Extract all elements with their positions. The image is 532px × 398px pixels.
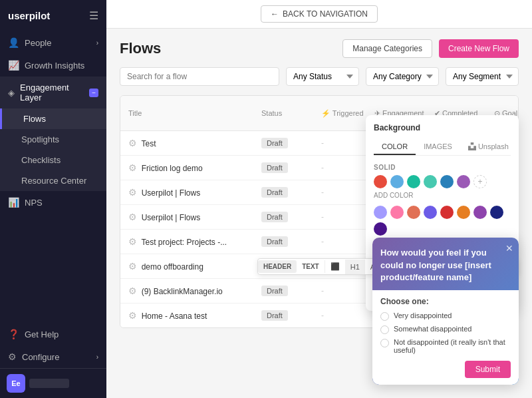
chevron-configure-icon: ›	[96, 353, 98, 361]
popup-tab-color[interactable]: COLOR	[374, 139, 416, 155]
popup-tab-images[interactable]: IMAGES	[416, 139, 460, 155]
toolbar-h1-button[interactable]: H1	[345, 260, 365, 274]
manage-categories-button[interactable]: Manage Categories	[342, 39, 432, 58]
color-swatch[interactable]	[407, 175, 420, 188]
gear-icon[interactable]: ⚙	[128, 138, 137, 148]
survey-option-2: Somewhat disappointed	[380, 325, 511, 334]
color-swatch[interactable]	[390, 175, 404, 188]
status-badge: Draft	[261, 212, 288, 222]
radio-not-disappointed[interactable]	[380, 339, 389, 347]
color-swatch[interactable]	[390, 206, 404, 219]
gear-icon[interactable]: ⚙	[128, 261, 137, 272]
sidebar-item-engagement[interactable]: ◈ Engagement Layer −	[0, 77, 106, 108]
survey-submit-button[interactable]: Submit	[465, 361, 511, 378]
sidebar-label-configure: Configure	[22, 352, 59, 362]
sidebar-toggle-icon[interactable]: ☰	[89, 9, 98, 22]
color-swatch[interactable]	[490, 206, 503, 219]
configure-icon: ⚙	[8, 351, 17, 362]
row-title: ⚙ demo offboarding	[128, 261, 261, 272]
color-swatch[interactable]	[457, 206, 470, 219]
status-badge: Draft	[261, 310, 288, 321]
create-new-flow-button[interactable]: Create New Flow	[439, 39, 519, 58]
sidebar-label-nps: NPS	[25, 198, 43, 208]
toolbar-tab-group: HEADER TEXT	[258, 260, 325, 273]
row-title: ⚙ Test	[128, 138, 261, 148]
sidebar-logo: userpilot ☰	[0, 0, 106, 31]
color-swatch[interactable]	[374, 175, 387, 188]
engagement-collapse-icon[interactable]: −	[89, 89, 98, 97]
gear-icon[interactable]: ⚙	[128, 187, 137, 198]
sidebar-item-flows[interactable]: Flows	[0, 108, 106, 129]
status-filter[interactable]: Any Status Draft Active Archived	[286, 67, 359, 86]
color-swatch[interactable]	[440, 206, 454, 219]
sidebar-label-people: People	[25, 38, 51, 48]
sidebar-item-resource-center[interactable]: Resource Center	[0, 170, 106, 191]
add-color-button[interactable]: +	[473, 175, 487, 188]
search-input[interactable]	[120, 67, 279, 86]
status-badge: Draft	[261, 286, 288, 296]
toolbar-tab-header[interactable]: HEADER	[258, 260, 297, 273]
survey-question: How would you feel if you could no longe…	[372, 238, 519, 290]
sidebar: userpilot ☰ 👤 People › 📈 Growth Insights…	[0, 0, 106, 398]
popup-tab-unsplash[interactable]: Unsplash	[460, 139, 517, 155]
solid-color-row2	[374, 206, 511, 236]
sidebar-item-growth[interactable]: 📈 Growth Insights	[0, 54, 106, 77]
popup-tabs: COLOR IMAGES Unsplash	[374, 139, 511, 156]
survey-option-1: Very disappointed	[380, 311, 511, 321]
color-swatch[interactable]	[473, 206, 487, 219]
sidebar-item-get-help[interactable]: ❓ Get Help	[0, 323, 106, 345]
popup-title: Background	[374, 123, 511, 132]
filters-bar: Any Status Draft Active Archived Any Cat…	[120, 67, 519, 86]
avatar-initials: Ee	[11, 379, 20, 387]
color-swatch[interactable]	[374, 222, 387, 236]
growth-icon: 📈	[8, 60, 19, 71]
avatar: Ee	[7, 374, 25, 393]
logo-text: userpilot	[8, 10, 50, 21]
top-bar: ← BACK TO NAVIGATION	[106, 0, 532, 29]
row-triggered: -	[321, 311, 374, 320]
sidebar-item-checklists[interactable]: Checklists	[0, 150, 106, 170]
status-badge: Draft	[261, 138, 288, 148]
col-title: Title	[128, 101, 261, 125]
row-status: Draft	[261, 236, 321, 247]
toolbar-tab-text[interactable]: TEXT	[297, 260, 325, 273]
sidebar-item-spotlights[interactable]: Spotlights	[0, 129, 106, 150]
sidebar-label-checklists: Checklists	[21, 155, 61, 165]
sidebar-label-spotlights: Spotlights	[21, 134, 59, 144]
gear-icon[interactable]: ⚙	[128, 286, 137, 296]
row-title: ⚙ Friction log demo	[128, 162, 261, 173]
gear-icon[interactable]: ⚙	[128, 212, 137, 222]
avatar-name-placeholder	[29, 379, 69, 388]
page-header: Flows Manage Categories Create New Flow	[120, 39, 519, 58]
segment-filter[interactable]: Any Segment	[446, 67, 519, 86]
sidebar-item-people[interactable]: 👤 People ›	[0, 31, 106, 54]
survey-choose-label: Choose one:	[380, 297, 511, 306]
row-status: Draft	[261, 212, 321, 222]
color-swatch[interactable]	[374, 206, 387, 219]
color-swatch[interactable]	[424, 175, 437, 188]
chevron-people-icon: ›	[96, 39, 98, 47]
survey-close-button[interactable]: ✕	[505, 243, 513, 254]
sidebar-engagement-section: ◈ Engagement Layer − Flows Spotlights Ch…	[0, 77, 106, 191]
radio-very-disappointed[interactable]	[380, 312, 389, 321]
sidebar-label-flows: Flows	[23, 114, 46, 124]
row-title: ⚙ Home - Asana test	[128, 310, 261, 321]
color-swatch[interactable]	[424, 206, 437, 219]
back-navigation-button[interactable]: ← BACK TO NAVIGATION	[261, 5, 378, 23]
sidebar-item-nps[interactable]: 📊 NPS	[0, 191, 106, 214]
gear-icon[interactable]: ⚙	[128, 236, 137, 247]
color-swatch[interactable]	[440, 175, 454, 188]
toolbar-shrink-button[interactable]: ⬛	[325, 259, 345, 274]
category-filter[interactable]: Any Category	[366, 67, 439, 86]
radio-somewhat-disappointed[interactable]	[380, 325, 389, 334]
sidebar-item-configure[interactable]: ⚙ Configure ›	[0, 345, 106, 368]
status-badge: Draft	[261, 187, 288, 198]
survey-option-label-3: Not disappointed (it really isn't that u…	[394, 338, 511, 354]
row-title: ⚙ Userpilot | Flows	[128, 187, 261, 198]
color-swatch[interactable]	[407, 206, 420, 219]
gear-icon[interactable]: ⚙	[128, 162, 137, 173]
gear-icon[interactable]: ⚙	[128, 310, 137, 321]
color-swatch[interactable]	[457, 175, 470, 188]
row-status: Draft	[261, 138, 321, 148]
survey-submit-area: Submit	[380, 361, 511, 378]
